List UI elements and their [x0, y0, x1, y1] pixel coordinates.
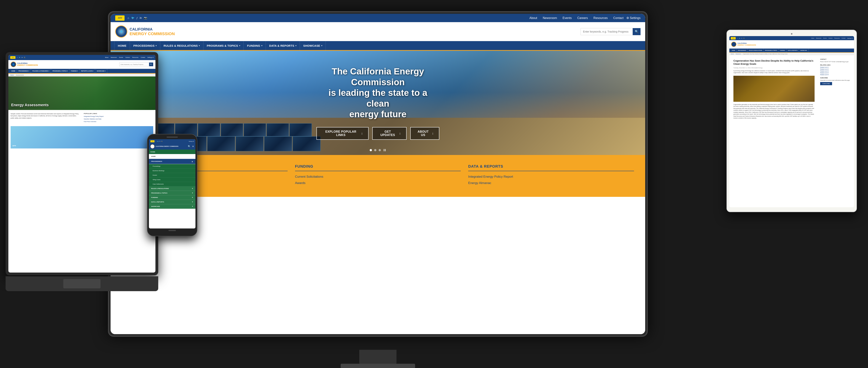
contact-link[interactable]: Contact [613, 16, 624, 20]
iepr-link[interactable]: Integrated Energy Policy Report [468, 175, 634, 178]
nav-showcase[interactable]: SHOWCASE▾ [300, 41, 326, 51]
get-updates-button[interactable]: GET UPDATES ↓ [372, 127, 407, 140]
resources-link[interactable]: Resources [593, 16, 608, 20]
laptop-careers-link[interactable]: Careers [125, 57, 130, 58]
phone-linkedin-icon[interactable]: in [159, 141, 160, 142]
phone-submenu-docket[interactable]: Docket [149, 173, 195, 177]
phone-submenu-siting-cases[interactable]: Siting Cases [149, 177, 195, 182]
laptop-nav-showcase[interactable]: SHOWCASE ▾ [95, 69, 107, 73]
nav-proceedings[interactable]: PROCEEDINGS▾ [130, 41, 160, 51]
tablet-events-link[interactable]: Events [823, 38, 827, 39]
tablet-related-link-1[interactable]: Related Link #1 [820, 67, 851, 68]
phone-home-icon[interactable]: ⌂ [156, 141, 156, 142]
tablet-home-icon[interactable]: ⌂ [737, 38, 738, 39]
laptop-fuel-price-link[interactable]: Fuel Price Overview [84, 121, 153, 123]
laptop-nav-reports[interactable]: REPORTS & DATA ▾ [80, 69, 95, 73]
tablet-linkedin-icon[interactable]: in [741, 38, 742, 39]
tablet-newsroom-link[interactable]: Newsroom [816, 38, 822, 39]
laptop-iepr-link[interactable]: Integrated Energy Policy Report [84, 115, 153, 117]
phone-menu-data-reports[interactable]: DATA & REPORTS ▼ [149, 200, 195, 204]
tablet-breadcrumb-home[interactable]: Home [731, 54, 734, 55]
tablet-twitter-icon[interactable]: 🐦 [739, 38, 740, 39]
phone-submenu-proceedings[interactable]: Proceedings [149, 164, 195, 169]
laptop-instagram-icon[interactable]: 📷 [24, 57, 26, 58]
tablet-related-link-2[interactable]: Related Link #2 [820, 68, 851, 70]
laptop-breadcrumb-home[interactable]: Home [10, 74, 14, 76]
laptop-linkedin-icon[interactable]: in [22, 57, 23, 58]
tablet-related-link-3[interactable]: Related Link #3 [820, 70, 851, 72]
phone-nav-home[interactable]: HOME [150, 151, 155, 153]
about-us-button[interactable]: ABOUT US ↓ [410, 127, 439, 140]
phone-menu-home[interactable]: HOME [149, 154, 195, 159]
nav-programs[interactable]: PROGRAMS & TOPICS▾ [204, 41, 244, 51]
phone-submenu-business-meetings[interactable]: Business Meetings [149, 169, 195, 173]
phone-menu-proceedings[interactable]: PROCEEDINGS ▲ [149, 159, 195, 164]
newsroom-link[interactable]: Newsroom [543, 16, 557, 20]
slider-dot-1[interactable] [370, 149, 372, 151]
tablet-settings-link[interactable]: Settings ⚙ [847, 38, 852, 39]
phone-submenu-case-settlements[interactable]: Case Settlements [149, 182, 195, 187]
tablet-instagram-icon[interactable]: 📷 [743, 38, 745, 39]
laptop-gasoline-link[interactable]: Gasoline Statistics and Data [84, 118, 153, 120]
phone-menu-programs[interactable]: PROGRAMS & TOPICS ▼ [149, 191, 195, 195]
laptop-nav-funding[interactable]: FUNDING ▾ [69, 69, 80, 73]
tablet-related-link-4[interactable]: Related Link #4 [820, 72, 851, 73]
phone-close-icon[interactable]: ✕ [192, 145, 194, 148]
events-link[interactable]: Events [562, 16, 572, 20]
phone-menu-funding[interactable]: FUNDING ▼ [149, 195, 195, 200]
phone-menu-showcase[interactable]: SHOWCASE ▼ [149, 204, 195, 209]
tablet-resources-link[interactable]: Resources [834, 38, 840, 39]
laptop-contact-link[interactable]: Contact [141, 57, 145, 58]
phone-search-icon[interactable]: 🔍 [188, 145, 191, 148]
laptop-home-icon[interactable]: ⌂ [17, 57, 18, 58]
energy-almanac-link[interactable]: Energy Almanac [468, 181, 634, 185]
laptop-search-button[interactable]: 🔍 [149, 63, 153, 66]
slider-pause[interactable] [383, 149, 386, 151]
laptop-events-link[interactable]: Events [119, 57, 123, 58]
laptop-settings-link[interactable]: Settings ⚙ [148, 57, 154, 58]
search-button[interactable]: 🔍 [633, 28, 641, 35]
nav-rules[interactable]: RULES & REGULATIONS▾ [160, 41, 204, 51]
careers-link[interactable]: Careers [577, 16, 588, 20]
instagram-icon[interactable]: 📷 [144, 16, 147, 20]
tablet-about-link[interactable]: About [811, 38, 814, 39]
tablet-nav-rules[interactable]: RULES & REGULATIONS [748, 48, 764, 53]
laptop-newsroom-link[interactable]: Newsroom [111, 57, 117, 58]
laptop-resources-link[interactable]: Resources [132, 57, 138, 58]
tablet-nav-showcase[interactable]: SHOWCASE [799, 48, 808, 53]
laptop-about-link[interactable]: About [105, 57, 108, 58]
tablet-nav-home[interactable]: HOME [731, 48, 737, 53]
current-solicitations-link[interactable]: Current Solicitations [295, 175, 461, 178]
laptop-nav-proceedings[interactable]: PROCEEDINGS ▾ [17, 69, 31, 73]
phone-instagram-icon[interactable]: 📷 [161, 141, 162, 142]
nav-data[interactable]: DATA & REPORTS▾ [266, 41, 300, 51]
home-icon[interactable]: ⌂ [127, 16, 129, 20]
nav-home[interactable]: HOME [114, 41, 130, 51]
tablet-nav-programs[interactable]: PROGRAMS & TOPICS [764, 48, 779, 53]
nav-funding[interactable]: FUNDING▾ [244, 41, 266, 51]
tablet-nav-proceedings[interactable]: PROCEEDINGS [737, 48, 748, 53]
laptop-nav-policies[interactable]: POLICIES & STANDARDS ▾ [31, 69, 51, 73]
phone-twitter-icon[interactable]: 🐦 [157, 141, 159, 142]
trackpad[interactable] [63, 279, 100, 288]
slider-dot-2[interactable] [374, 149, 376, 151]
laptop-nav-home[interactable]: HOME [10, 69, 17, 73]
laptop-search-input[interactable] [119, 63, 149, 66]
phone-menu-rules[interactable]: RULES & REGULATIONS ▼ [149, 187, 195, 191]
phone-settings[interactable]: Settings ⚙ [189, 141, 194, 142]
explore-popular-links-button[interactable]: EXPLORE POPULAR LINKS ↓ [316, 127, 369, 140]
linkedin-icon[interactable]: in [140, 16, 142, 20]
awards-link[interactable]: Awards [295, 181, 461, 185]
slider-dot-3[interactable] [379, 149, 381, 151]
tablet-contact-link[interactable]: Contact [842, 38, 845, 39]
tablet-subscribe-button[interactable]: SUBSCRIBE [820, 82, 832, 85]
laptop-nav-programs[interactable]: PROGRAMS & TOPICS ▾ [51, 69, 69, 73]
search-input[interactable] [581, 28, 633, 35]
tablet-related-link-5[interactable]: Related Link #5 [820, 74, 851, 75]
tablet-nav-data[interactable]: DATA & REPORTS [786, 48, 799, 53]
phone-home-button[interactable] [168, 230, 176, 231]
tablet-careers-link[interactable]: Careers [829, 38, 832, 39]
tablet-nav-funding[interactable]: FUNDING [779, 48, 786, 53]
desktop-settings[interactable]: ⚙ Settings [626, 16, 641, 20]
laptop-twitter-icon[interactable]: 🐦 [19, 57, 21, 58]
